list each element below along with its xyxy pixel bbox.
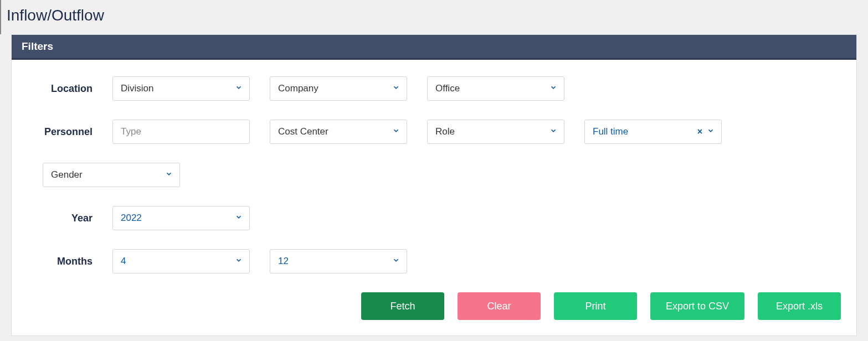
chevron-down-icon — [549, 126, 557, 137]
chevron-down-icon — [235, 256, 243, 267]
year-row: Year 2022 — [27, 206, 841, 230]
employment-dropdown-text: Full time — [593, 126, 628, 137]
fetch-button[interactable]: Fetch — [361, 292, 444, 320]
division-dropdown-text: Division — [121, 83, 154, 94]
filters-panel-body: Location Division Company Office — [12, 60, 856, 335]
filters-panel-header: Filters — [12, 35, 856, 60]
export-csv-button[interactable]: Export to CSV — [650, 292, 744, 320]
month-to-dropdown-text: 12 — [278, 256, 289, 267]
year-dropdown[interactable]: 2022 — [112, 206, 250, 230]
chevron-down-icon — [235, 213, 243, 224]
page-title: Inflow/Outflow — [0, 0, 868, 34]
personnel-row: Personnel Cost Center Role Full time × — [27, 120, 841, 144]
type-input[interactable] — [112, 120, 250, 144]
chevron-down-icon — [707, 126, 715, 137]
chevron-down-icon — [392, 256, 400, 267]
chevron-down-icon — [235, 83, 243, 94]
cost-center-dropdown-text: Cost Center — [278, 126, 328, 137]
year-label: Year — [27, 213, 93, 224]
chevron-down-icon — [549, 83, 557, 94]
role-dropdown[interactable]: Role — [427, 120, 564, 144]
company-dropdown-text: Company — [278, 83, 319, 94]
cost-center-dropdown[interactable]: Cost Center — [270, 120, 407, 144]
office-dropdown-text: Office — [435, 83, 460, 94]
month-to-dropdown[interactable]: 12 — [270, 249, 407, 273]
personnel-label: Personnel — [27, 126, 93, 138]
chevron-down-icon — [165, 169, 173, 180]
gender-dropdown[interactable]: Gender — [43, 163, 180, 187]
chevron-down-icon — [392, 126, 400, 137]
company-dropdown[interactable]: Company — [270, 76, 407, 101]
year-dropdown-text: 2022 — [121, 213, 142, 224]
month-from-dropdown-text: 4 — [121, 256, 126, 267]
gender-dropdown-text: Gender — [51, 169, 83, 180]
office-dropdown[interactable]: Office — [427, 76, 564, 101]
location-label: Location — [27, 83, 93, 95]
month-from-dropdown[interactable]: 4 — [112, 249, 250, 273]
division-dropdown[interactable]: Division — [112, 76, 250, 101]
button-row: Fetch Clear Print Export to CSV Export .… — [27, 292, 841, 320]
chevron-down-icon — [392, 83, 400, 94]
employment-dropdown[interactable]: Full time × — [584, 120, 722, 144]
months-label: Months — [27, 256, 93, 267]
clear-button[interactable]: Clear — [458, 292, 541, 320]
print-button[interactable]: Print — [554, 292, 637, 320]
location-row: Location Division Company Office — [27, 76, 841, 101]
months-row: Months 4 12 — [27, 249, 841, 273]
export-xls-button[interactable]: Export .xls — [758, 292, 841, 320]
gender-row: Gender — [27, 163, 841, 187]
clear-icon[interactable]: × — [697, 127, 702, 136]
filters-panel: Filters Location Division Company Office — [11, 34, 857, 336]
role-dropdown-text: Role — [435, 126, 455, 137]
